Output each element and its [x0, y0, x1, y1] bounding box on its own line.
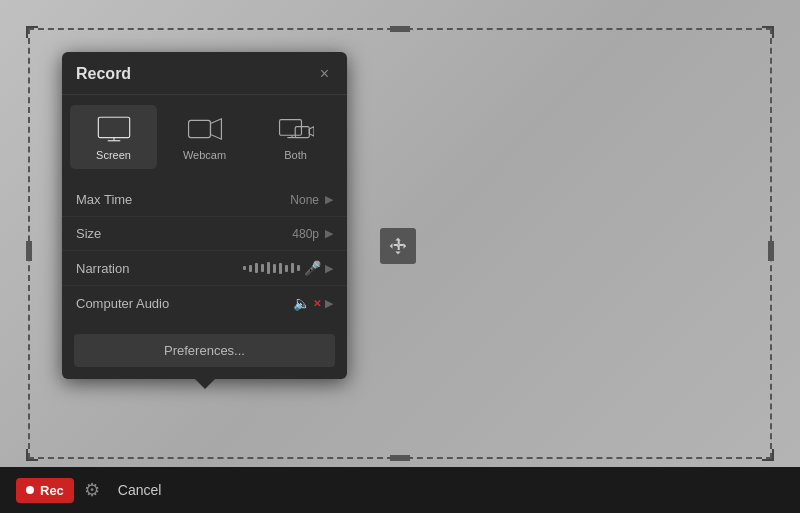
svg-marker-10: [309, 127, 314, 136]
source-screen-button[interactable]: Screen: [70, 105, 157, 169]
maxtime-label: Max Time: [76, 192, 290, 207]
narration-arrow-icon: ▶: [325, 262, 333, 275]
edge-handle-bottom[interactable]: [390, 455, 410, 461]
svg-rect-6: [279, 120, 301, 136]
settings-section: Max Time None ▶ Size 480p ▶ Narration: [62, 179, 347, 324]
bar-5: [267, 262, 270, 274]
edge-handle-right[interactable]: [768, 241, 774, 261]
bar-10: [297, 265, 300, 271]
record-button[interactable]: Rec: [16, 478, 74, 503]
both-icon: [278, 115, 314, 143]
source-options: Screen Webcam Both: [62, 95, 347, 179]
speaker-x-icon: ✕: [313, 298, 321, 309]
gear-icon: ⚙: [84, 479, 100, 501]
size-label: Size: [76, 226, 292, 241]
computer-audio-label: Computer Audio: [76, 296, 293, 311]
settings-gear-button[interactable]: ⚙: [84, 479, 100, 501]
bar-9: [291, 263, 294, 273]
corner-handle-tl[interactable]: [26, 26, 38, 38]
setting-maxtime[interactable]: Max Time None ▶: [62, 183, 347, 217]
svg-rect-4: [188, 120, 210, 137]
preferences-button[interactable]: Preferences...: [74, 334, 335, 367]
setting-computer-audio[interactable]: Computer Audio 🔈 ✕ ▶: [62, 286, 347, 320]
close-button[interactable]: ×: [316, 64, 333, 84]
svg-marker-5: [210, 119, 221, 139]
cancel-button[interactable]: Cancel: [110, 478, 170, 502]
panel-title: Record: [76, 65, 131, 83]
corner-handle-tr[interactable]: [762, 26, 774, 38]
move-arrows-icon: ✛: [387, 235, 409, 257]
size-value: 480p: [292, 227, 319, 241]
webcam-icon: [187, 115, 223, 143]
bar-7: [279, 263, 282, 274]
bar-2: [249, 265, 252, 272]
rec-label: Rec: [40, 483, 64, 498]
setting-narration[interactable]: Narration 🎤 ▶: [62, 251, 347, 286]
screen-icon: [96, 115, 132, 143]
bottom-toolbar: Rec ⚙ Cancel: [0, 467, 800, 513]
svg-rect-9: [295, 127, 309, 138]
move-handle[interactable]: ✛: [380, 228, 416, 264]
bar-6: [273, 264, 276, 273]
source-both-label: Both: [284, 149, 307, 161]
narration-label: Narration: [76, 261, 243, 276]
computer-audio-arrow-icon: ▶: [325, 297, 333, 310]
source-webcam-label: Webcam: [183, 149, 226, 161]
bar-1: [243, 266, 246, 270]
source-screen-label: Screen: [96, 149, 131, 161]
svg-text:✛: ✛: [393, 238, 404, 253]
source-webcam-button[interactable]: Webcam: [161, 105, 248, 169]
narration-level-bar: [243, 262, 300, 274]
mic-icon: 🎤: [304, 260, 321, 276]
bar-8: [285, 265, 288, 272]
bar-4: [261, 264, 264, 272]
edge-handle-top[interactable]: [390, 26, 410, 32]
setting-size[interactable]: Size 480p ▶: [62, 217, 347, 251]
corner-handle-br[interactable]: [762, 449, 774, 461]
speaker-muted-icon: 🔈 ✕: [293, 295, 321, 311]
rec-dot: [26, 486, 34, 494]
panel-pointer: [195, 379, 215, 389]
maxtime-arrow-icon: ▶: [325, 193, 333, 206]
corner-handle-bl[interactable]: [26, 449, 38, 461]
size-arrow-icon: ▶: [325, 227, 333, 240]
speaker-icon: 🔈: [293, 295, 310, 311]
edge-handle-left[interactable]: [26, 241, 32, 261]
panel-header: Record ×: [62, 52, 347, 95]
record-panel: Record × Screen Webcam: [62, 52, 347, 379]
svg-rect-1: [98, 117, 129, 137]
bar-3: [255, 263, 258, 273]
source-both-button[interactable]: Both: [252, 105, 339, 169]
maxtime-value: None: [290, 193, 319, 207]
